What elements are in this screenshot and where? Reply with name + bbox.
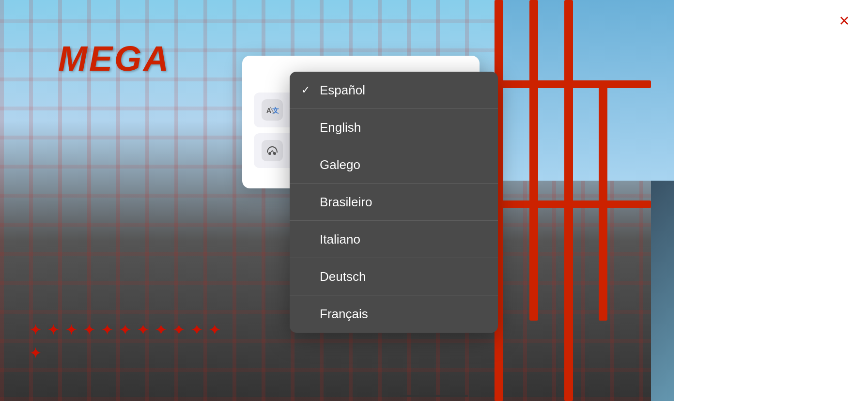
- language-label-espanol: Español: [320, 83, 365, 98]
- star-icon: ✦: [208, 321, 221, 339]
- language-option-espanol[interactable]: ✓ Español: [290, 72, 498, 109]
- star-icon: ✦: [29, 344, 42, 362]
- red-structure: [478, 0, 651, 401]
- language-option-italiano[interactable]: ✓ Italiano: [290, 221, 498, 258]
- language-label-deutsch: Deutsch: [320, 269, 366, 284]
- star-icon: ✦: [83, 321, 96, 339]
- language-option-deutsch[interactable]: ✓ Deutsch: [290, 258, 498, 295]
- star-icon: ✦: [29, 321, 42, 339]
- svg-text:文: 文: [272, 107, 279, 114]
- translate-icon: A 文: [262, 99, 283, 121]
- star-icon: ✦: [47, 321, 60, 339]
- checkmark-icon: ✓: [301, 84, 316, 96]
- right-panel: [674, 0, 868, 401]
- language-label-galego: Galego: [320, 157, 360, 172]
- language-label-brasileiro: Brasileiro: [320, 195, 372, 210]
- star-icon: ✦: [137, 321, 150, 339]
- language-option-francais[interactable]: ✓ Français: [290, 295, 498, 333]
- close-icon: ×: [839, 12, 849, 30]
- language-dropdown: ✓ Español ✓ English ✓ Galego ✓ Brasileir…: [290, 72, 498, 333]
- star-icon: ✦: [65, 321, 78, 339]
- star-icon: ✦: [155, 321, 168, 339]
- language-label-english: English: [320, 120, 361, 135]
- star-icon: ✦: [101, 321, 114, 339]
- language-label-francais: Français: [320, 307, 368, 322]
- language-label-italiano: Italiano: [320, 232, 360, 247]
- close-button[interactable]: ×: [832, 9, 856, 33]
- home-indicator: [400, 395, 468, 397]
- language-option-brasileiro[interactable]: ✓ Brasileiro: [290, 184, 498, 221]
- star-icon: ✦: [190, 321, 203, 339]
- star-icon: ✦: [119, 321, 132, 339]
- star-decorations: ✦ ✦ ✦ ✦ ✦ ✦ ✦ ✦ ✦ ✦ ✦ ✦: [29, 321, 223, 362]
- accessibility-icon: [262, 140, 283, 161]
- language-option-galego[interactable]: ✓ Galego: [290, 146, 498, 184]
- star-icon: ✦: [172, 321, 186, 339]
- mega-sign: MEGA: [58, 39, 170, 78]
- language-option-english[interactable]: ✓ English: [290, 109, 498, 146]
